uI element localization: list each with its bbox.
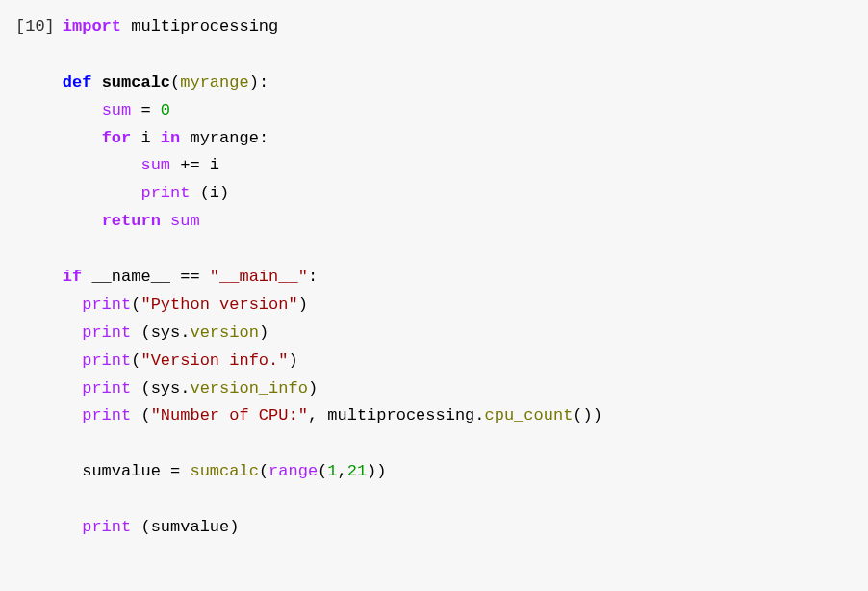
parens: ()) (573, 406, 602, 424)
code-cell: [10] import multiprocessing def sumcalc(… (15, 13, 853, 542)
paren-close: ) (229, 518, 239, 536)
paren-open: ( (140, 518, 150, 536)
keyword-return: return (102, 212, 161, 230)
paren-open: ( (140, 323, 150, 342)
dunder-name: __name__ (91, 268, 170, 286)
paren-open: ( (200, 184, 210, 202)
parens: )) (367, 462, 386, 480)
paren-open: ( (318, 462, 327, 480)
builtin-print: print (82, 351, 131, 370)
builtin-range: range (268, 462, 318, 480)
var-i: i (210, 156, 219, 174)
param: myrange (180, 73, 248, 91)
sys-version: version (190, 323, 258, 342)
builtin-print: print (82, 406, 131, 424)
var-i: i (210, 184, 219, 202)
sys-verinfo: version_info (190, 379, 307, 398)
builtin-print: print (82, 323, 131, 342)
paren-open: ( (131, 296, 140, 314)
num-21: 21 (347, 462, 367, 480)
builtin-sum: sum (140, 156, 170, 174)
code-area: import multiprocessing def sumcalc(myran… (63, 13, 602, 542)
dot: . (180, 379, 190, 398)
paren-close: ) (259, 323, 268, 342)
var-i: i (140, 129, 150, 147)
paren-open: ( (170, 73, 180, 91)
paren-close: ) (219, 184, 229, 202)
sumcalc-call: sumcalc (190, 462, 258, 480)
builtin-print: print (82, 518, 131, 536)
paren-close: ) (308, 379, 318, 398)
colon: : (308, 268, 318, 286)
paren-close: ) (298, 296, 308, 314)
builtin-print: print (82, 296, 131, 314)
function-name: sumcalc (102, 73, 170, 91)
plus-equals: += (180, 156, 199, 174)
keyword-import: import (63, 17, 121, 36)
string-main: "__main__" (210, 268, 308, 286)
equals: = (140, 101, 150, 119)
sumvalue-arg: sumvalue (151, 518, 230, 536)
string-pyver: "Python version" (140, 296, 297, 314)
string-cpu: "Number of CPU:" (151, 406, 308, 424)
paren-open: ( (259, 462, 268, 480)
double-equals: == (180, 268, 199, 286)
cpu-count: cpu_count (485, 406, 574, 424)
builtin-print: print (140, 184, 190, 202)
keyword-def: def (63, 73, 92, 91)
number-zero: 0 (161, 101, 170, 119)
keyword-if: if (63, 268, 82, 286)
paren-open: ( (131, 351, 140, 370)
comma: , (308, 406, 318, 424)
module-name: multiprocessing (131, 17, 278, 36)
paren-open: ( (140, 379, 150, 398)
dot: . (474, 406, 484, 424)
execution-prompt: [10] (15, 13, 63, 41)
paren-close: ) (249, 73, 259, 91)
mp-obj: multiprocessing (327, 406, 474, 424)
string-verinfo: "Version info." (140, 351, 288, 370)
paren-close: ) (288, 351, 297, 370)
comma: , (338, 462, 347, 480)
colon: : (259, 129, 268, 147)
num-1: 1 (327, 462, 337, 480)
equals: = (170, 462, 180, 480)
paren-open: ( (140, 406, 150, 424)
colon: : (259, 73, 268, 91)
builtin-sum: sum (170, 212, 200, 230)
sumvalue-var: sumvalue (82, 462, 161, 480)
builtin-print: print (82, 379, 131, 398)
sys-obj: sys (151, 379, 181, 398)
keyword-in: in (161, 129, 180, 147)
dot: . (180, 323, 190, 342)
sys-obj: sys (151, 323, 181, 342)
iter-var: myrange (190, 129, 258, 147)
keyword-for: for (102, 129, 132, 147)
builtin-sum: sum (102, 101, 132, 119)
